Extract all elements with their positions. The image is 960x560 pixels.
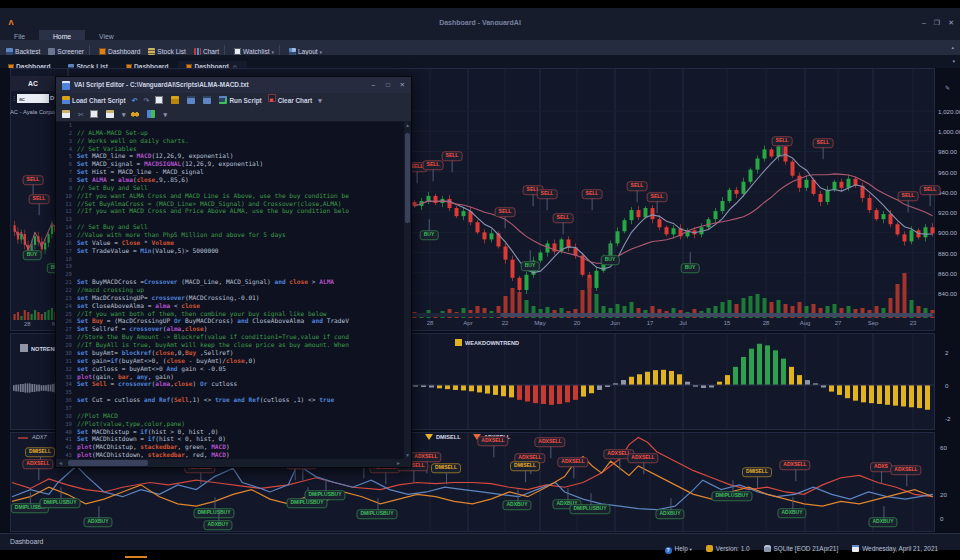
- code-line-2[interactable]: 2// ALMA-MACD Set-up: [56, 129, 403, 137]
- code-line-5[interactable]: 5Set MACD_line = MACD(12,26,9, exponenti…: [56, 152, 403, 160]
- adxs-badge[interactable]: ADXS: [870, 462, 892, 472]
- status-item-version[interactable]: Version: 1.0: [706, 545, 750, 552]
- code-line-31[interactable]: 31set gain=if(buyAmt<>0, (close - buyAmt…: [56, 357, 403, 365]
- code-line-40[interactable]: 40Set MACDhistup = if(hist > 0, hist ,0): [56, 428, 403, 436]
- redo-icon[interactable]: ↷: [144, 93, 150, 108]
- paste-button[interactable]: [62, 108, 72, 121]
- dmiplusbuy-badge[interactable]: DMIPLUSBUY: [39, 498, 80, 508]
- dmisell-badge[interactable]: DMISELL: [25, 447, 55, 457]
- code-line-25[interactable]: 25//If you want both of them, then combi…: [56, 310, 403, 318]
- code-line-8[interactable]: 8Set ALMA = alma(close,9,.85,6): [56, 176, 403, 184]
- save-all-button[interactable]: [203, 93, 213, 108]
- code-line-39[interactable]: 39//Plot(value,type,color,pane): [56, 420, 403, 428]
- code-line-34[interactable]: 34Set Sell = crossover(alma,close) Or cu…: [56, 380, 403, 388]
- adxbuy-badge[interactable]: ADXBUY: [868, 517, 897, 527]
- dmisell-badge[interactable]: DMISELL: [431, 463, 461, 473]
- code-line-16[interactable]: 16Set Value = Close * Volume: [56, 239, 403, 247]
- editor-close-button[interactable]: ✕: [400, 81, 405, 89]
- code-line-24[interactable]: 24set CloseAboveAlma = alma < close: [56, 302, 403, 310]
- code-line-29[interactable]: 29//If BuyAll is true, buyAmt will keep …: [56, 341, 403, 349]
- ribbon-button-stock-list[interactable]: Stock List: [148, 48, 186, 55]
- open-folder-button[interactable]: [171, 93, 181, 108]
- status-item-database[interactable]: SQLite [EOD 21Apr21]: [764, 545, 839, 552]
- dmisell-badge[interactable]: DMISELL: [742, 467, 772, 477]
- code-line-14[interactable]: 14// Set Buy and Sell: [56, 223, 403, 231]
- code-line-23[interactable]: 23set MacDCrossingUP= crossover(MACDCros…: [56, 294, 403, 302]
- code-line-9[interactable]: 9// Set Buy and Sell: [56, 184, 403, 192]
- code-editor[interactable]: 12// ALMA-MACD Set-up3// Works well on d…: [56, 121, 403, 459]
- adxbuy-badge[interactable]: ADXBUY: [655, 509, 684, 519]
- code-line-1[interactable]: 1: [56, 121, 403, 129]
- run-button[interactable]: Run Script: [219, 93, 261, 108]
- code-line-33[interactable]: 33plot(gain, bar, any, gain): [56, 373, 403, 381]
- adxbuy-badge[interactable]: ADXBUY: [777, 508, 806, 518]
- status-item-calendar[interactable]: Wednesday, April 21, 2021: [852, 545, 938, 552]
- sell-signal-badge[interactable]: SELL: [495, 207, 516, 217]
- sell-signal-badge[interactable]: SELL: [898, 191, 919, 201]
- script-editor-window[interactable]: VAI Script Editor - C:\VanguardAI\Script…: [55, 76, 412, 468]
- sell-signal-badge[interactable]: SELL: [582, 189, 603, 199]
- adxsell-badge[interactable]: ADXSELL: [534, 437, 565, 447]
- hscroll-thumb[interactable]: [68, 460, 148, 466]
- buy-signal-badge[interactable]: BUY: [23, 250, 42, 260]
- scroll-left-icon[interactable]: ◄: [58, 460, 63, 466]
- sell-signal-badge[interactable]: SELL: [647, 192, 668, 202]
- code-line-21[interactable]: 21Set BuyMACDCross =Crossover (MACD_Line…: [56, 278, 403, 286]
- code-line-11[interactable]: 11//Set BuyAlmaCross = (MACD_Line> MACD_…: [56, 200, 403, 208]
- sell-signal-badge[interactable]: SELL: [442, 151, 463, 161]
- code-line-27[interactable]: 27Set Sellref = crossover(alma,close): [56, 325, 403, 333]
- editor-horizontal-scrollbar[interactable]: ◄ ►: [56, 459, 411, 467]
- copy-button[interactable]: [90, 108, 100, 121]
- code-line-19[interactable]: 19: [56, 262, 403, 270]
- code-line-30[interactable]: 30set buyAmt= blockref(close,0,Buy ,Sell…: [56, 349, 403, 357]
- code-line-10[interactable]: 10//If you want ALMA Cross and MACD Line…: [56, 192, 403, 200]
- caret-icon[interactable]: ▾: [163, 108, 167, 121]
- new-file-button[interactable]: [155, 93, 165, 108]
- dmiplusbuy-badge[interactable]: DMIPLUSBUY: [711, 491, 752, 501]
- code-line-22[interactable]: 22//macd crossing up: [56, 286, 403, 294]
- code-line-37[interactable]: 37: [56, 404, 403, 412]
- adxsell-badge[interactable]: ADXSELL: [477, 436, 508, 446]
- buy-signal-badge[interactable]: BUY: [420, 230, 439, 240]
- ribbon-button-screener[interactable]: Screener: [48, 48, 84, 55]
- code-line-17[interactable]: 17Set TradeValue = Min(Value,5)> 5000000: [56, 247, 403, 255]
- adxsell-badge[interactable]: ADXSELL: [557, 457, 588, 467]
- status-item-help[interactable]: ?Help ▾: [665, 545, 692, 554]
- paste-alt-button[interactable]: [106, 108, 116, 121]
- editor-minimize-button[interactable]: –: [371, 81, 375, 88]
- sell-signal-badge[interactable]: SELL: [920, 185, 941, 195]
- undo-icon[interactable]: ↶: [132, 93, 138, 108]
- edit-pencil-icon[interactable]: ✎: [945, 84, 950, 91]
- buy-signal-badge[interactable]: BUY: [521, 261, 540, 271]
- code-line-38[interactable]: 38//Plot MACD: [56, 412, 403, 420]
- ribbon-collapse-icon[interactable]: ▴: [951, 44, 954, 50]
- scroll-up-icon[interactable]: ▲: [405, 122, 410, 128]
- code-line-12[interactable]: 12//If you want MACD Cross and Price Abo…: [56, 207, 403, 215]
- code-line-18[interactable]: 18: [56, 255, 403, 263]
- code-line-43[interactable]: 43plot(MACDhistdown, stackedbar, red, MA…: [56, 451, 403, 459]
- code-line-15[interactable]: 15//Value with more than Php5 Million an…: [56, 231, 403, 239]
- sell-signal-badge[interactable]: SELL: [627, 181, 648, 191]
- cut-icon[interactable]: ✂: [78, 108, 84, 121]
- clear-button[interactable]: Clear Chart: [268, 93, 312, 108]
- caret-icon[interactable]: ▾: [318, 93, 322, 108]
- editor-maximize-button[interactable]: □: [386, 81, 390, 88]
- editor-vertical-scrollbar[interactable]: ▲ ▼: [404, 121, 411, 459]
- find-button[interactable]: [131, 108, 141, 121]
- scroll-right-icon[interactable]: ►: [396, 460, 401, 466]
- adxbuy-badge[interactable]: ADXBUY: [502, 500, 531, 510]
- sell-signal-badge[interactable]: SELL: [423, 160, 444, 170]
- code-line-36[interactable]: 36set Cut = cutloss and Ref(Sell,1) <> t…: [56, 396, 403, 404]
- caret-icon[interactable]: ▾: [122, 108, 126, 121]
- sell-signal-badge[interactable]: SELL: [553, 213, 574, 223]
- dmiplusbuy-badge[interactable]: DMIPLUSBUY: [356, 509, 397, 519]
- adxsell-badge[interactable]: ADXSELL: [779, 460, 810, 470]
- ribbon-button-watchlist[interactable]: Watchlist ▾: [234, 48, 274, 55]
- adxsell-badge[interactable]: ADXSELL: [890, 465, 921, 475]
- code-line-3[interactable]: 3// Works well on daily charts.: [56, 137, 403, 145]
- buy-signal-badge[interactable]: BUY: [601, 255, 620, 265]
- buy-signal-badge[interactable]: BUY: [681, 263, 700, 273]
- ribbon-button-layout[interactable]: Layout ▾: [289, 48, 322, 55]
- sell-signal-badge[interactable]: SELL: [813, 138, 834, 148]
- symbol-input[interactable]: [17, 94, 49, 103]
